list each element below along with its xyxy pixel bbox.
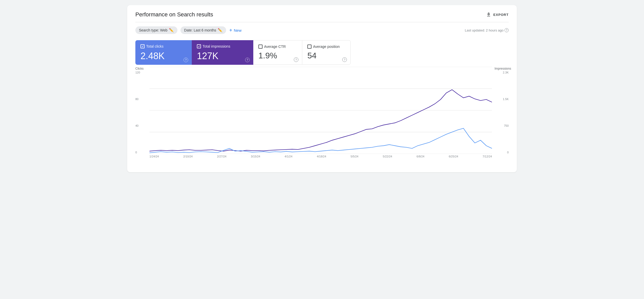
main-container: Performance on Search results EXPORT Sea…	[127, 5, 517, 172]
impressions-help-icon[interactable]: ?	[245, 58, 250, 62]
position-help-icon[interactable]: ?	[342, 57, 347, 62]
right-label-0: 0	[495, 151, 509, 154]
position-label: Average position	[313, 45, 340, 49]
x-label-10: 7/12/24	[482, 155, 492, 158]
x-label-1: 2/10/24	[183, 155, 193, 158]
x-label-0: 1/24/24	[149, 155, 159, 158]
right-label-1.5k: 1.5K	[495, 98, 509, 101]
left-label-80: 80	[135, 98, 148, 101]
clicks-value: 2.48K	[140, 51, 187, 61]
export-button[interactable]: EXPORT	[486, 12, 509, 17]
ctr-checkbox[interactable]	[258, 45, 263, 49]
ctr-label: Average CTR	[264, 45, 286, 49]
metric-card-average-position[interactable]: Average position 54 ?	[302, 40, 351, 65]
edit-search-type-icon: ✏️	[169, 28, 174, 33]
x-axis-labels: 1/24/24 2/10/24 2/27/24 3/15/24 4/1/24 4…	[149, 155, 492, 164]
position-checkbox[interactable]	[307, 45, 311, 49]
clicks-footer: ?	[184, 57, 188, 62]
right-label-750: 750	[495, 124, 509, 127]
x-label-2: 2/27/24	[217, 155, 227, 158]
ctr-help-icon[interactable]: ?	[294, 57, 298, 62]
download-icon	[486, 12, 491, 17]
date-filter[interactable]: Date: Last 6 months ✏️	[180, 26, 226, 34]
position-value: 54	[307, 51, 345, 60]
x-label-9: 6/25/24	[449, 155, 458, 158]
x-label-7: 5/22/24	[383, 155, 392, 158]
last-updated-help-icon[interactable]: ?	[505, 28, 509, 32]
impressions-value: 127K	[197, 51, 248, 61]
plus-icon: +	[229, 27, 232, 33]
impressions-line	[149, 90, 492, 151]
clicks-checkbox[interactable]	[140, 44, 145, 48]
right-label-2.3k: 2.3K	[495, 71, 509, 74]
x-label-6: 5/5/24	[350, 155, 358, 158]
metric-header-impressions: Total impressions	[197, 44, 248, 48]
new-label: New	[234, 28, 242, 33]
header-divider	[135, 22, 509, 22]
x-label-5: 4/18/24	[317, 155, 326, 158]
filters-row: Search type: Web ✏️ Date: Last 6 months …	[135, 26, 509, 34]
x-label-4: 4/1/24	[285, 155, 293, 158]
position-footer: ?	[342, 57, 347, 62]
left-axis: Clicks 120 80 40 0	[135, 67, 148, 154]
chart-svg	[149, 67, 492, 154]
metric-header-clicks: Total clicks	[140, 44, 187, 48]
x-label-8: 6/8/24	[417, 155, 425, 158]
metric-card-total-impressions[interactable]: Total impressions 127K ?	[192, 40, 253, 65]
clicks-label: Total clicks	[146, 44, 164, 48]
metrics-row: Total clicks 2.48K ? Total impressions 1…	[135, 40, 509, 65]
ctr-value: 1.9%	[258, 51, 297, 60]
chart-svg-wrapper	[149, 67, 492, 154]
new-filter-button[interactable]: + New	[229, 27, 242, 33]
left-label-120: 120	[135, 71, 148, 74]
left-label-40: 40	[135, 124, 148, 127]
page-header: Performance on Search results EXPORT	[135, 11, 509, 18]
metric-header-ctr: Average CTR	[258, 45, 297, 49]
clicks-help-icon[interactable]: ?	[184, 58, 188, 62]
right-axis-title: Impressions	[495, 67, 509, 70]
ctr-footer: ?	[294, 57, 298, 62]
impressions-label: Total impressions	[203, 44, 230, 48]
filters-left: Search type: Web ✏️ Date: Last 6 months …	[135, 26, 242, 34]
left-label-0: 0	[135, 151, 148, 154]
right-axis: Impressions 2.3K 1.5K 750 0	[495, 67, 509, 154]
search-type-label: Search type: Web	[139, 28, 167, 32]
date-label: Date: Last 6 months	[184, 28, 216, 32]
metric-card-average-ctr[interactable]: Average CTR 1.9% ?	[253, 40, 302, 65]
search-type-filter[interactable]: Search type: Web ✏️	[135, 26, 177, 34]
metric-card-total-clicks[interactable]: Total clicks 2.48K ?	[135, 40, 192, 65]
impressions-footer: ?	[245, 57, 250, 62]
last-updated: Last updated: 2 hours ago ?	[465, 28, 509, 32]
edit-date-icon: ✏️	[218, 28, 223, 33]
page-title: Performance on Search results	[135, 11, 213, 18]
x-label-3: 3/15/24	[251, 155, 260, 158]
chart-area: Clicks 120 80 40 0 Impressions 2.3K 1.5K…	[135, 67, 509, 164]
left-axis-title: Clicks	[135, 67, 148, 70]
impressions-checkbox[interactable]	[197, 44, 201, 48]
metric-header-position: Average position	[307, 45, 345, 49]
